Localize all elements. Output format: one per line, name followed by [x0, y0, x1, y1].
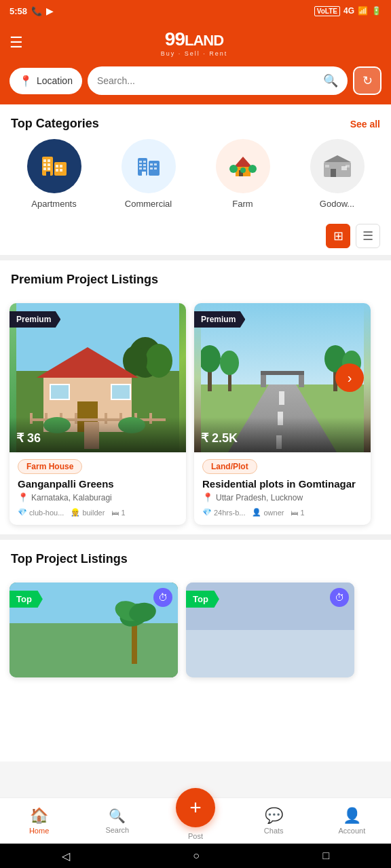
see-all-button[interactable]: See all [350, 119, 380, 130]
svg-rect-9 [60, 165, 62, 167]
nav-home[interactable]: 🏠 Home [0, 803, 78, 839]
home-button[interactable]: ○ [193, 850, 200, 862]
divider-2 [0, 534, 391, 540]
recents-button[interactable]: □ [323, 850, 330, 862]
refresh-button[interactable]: ↻ [353, 66, 381, 95]
back-button[interactable]: ◁ [62, 850, 70, 863]
svg-point-31 [240, 167, 246, 173]
svg-rect-34 [331, 169, 336, 177]
location-text-1: Uttar Pradesh, Lucknow [216, 493, 303, 502]
svg-rect-4 [43, 163, 46, 166]
svg-rect-23 [150, 167, 153, 170]
location-button[interactable]: 📍 Location [10, 68, 82, 94]
nav-search[interactable]: 🔍 Search [78, 804, 156, 838]
status-right: VoLTE 4G 📶 🔋 [314, 6, 381, 16]
svg-rect-25 [142, 172, 146, 176]
location-text-0: Karnataka, Kalaburagi [31, 493, 112, 502]
top-card-image-1: Top ⏱ [186, 583, 354, 677]
battery-icon: 🔋 [371, 6, 381, 16]
godown-icon [310, 139, 365, 193]
search-input[interactable] [97, 75, 318, 86]
svg-rect-46 [50, 384, 69, 399]
search-label: Search [105, 826, 129, 834]
posted-by-1: 👤 owner [252, 508, 284, 517]
person-icon-1: 👤 [252, 508, 261, 517]
svg-point-30 [248, 165, 257, 173]
search-icon[interactable]: 🔍 [323, 73, 338, 88]
svg-rect-7 [48, 167, 50, 170]
svg-rect-18 [143, 164, 146, 166]
nav-account[interactable]: 👤 Account [313, 803, 391, 839]
amenities-0: 💎 club-hou... [18, 508, 64, 517]
status-left: 5:58 📞 ▶ [10, 6, 53, 16]
categories-title: Top Categories [11, 117, 99, 131]
post-fab-button[interactable]: + [176, 788, 215, 827]
view-toggle: ⊞ ☰ [0, 221, 391, 255]
card-location-0: 📍 Karnataka, Kalaburagi [18, 492, 178, 502]
home-label: Home [29, 827, 49, 835]
svg-rect-47 [111, 384, 130, 399]
svg-rect-16 [143, 161, 146, 163]
system-nav: ◁ ○ □ [0, 844, 391, 868]
top-listings-header: Top Project Listings [0, 540, 391, 574]
top-listings-section: Top Project Listings Top ⏱ [0, 540, 391, 687]
svg-rect-63 [279, 391, 284, 405]
price-1: ₹ 2.5K [194, 417, 371, 452]
card-body-1: Land/Plot Residential plots in Gomtinaga… [194, 452, 371, 525]
next-arrow[interactable]: › [335, 363, 364, 392]
bottom-spacer [0, 687, 391, 762]
refresh-icon: ↻ [362, 73, 373, 88]
card-image-0: Premium ₹ 36 [10, 303, 186, 452]
top-listings-row: Top ⏱ Top ⏱ [0, 574, 391, 687]
nav-post[interactable]: + Post [156, 797, 234, 844]
price-0: ₹ 36 [10, 417, 186, 452]
card-title-0: Ganganpalli Greens [18, 478, 178, 490]
main-content: Top Categories See all [0, 104, 391, 762]
svg-rect-22 [154, 163, 157, 165]
categories-header: Top Categories See all [0, 104, 391, 139]
svg-rect-2 [43, 159, 46, 162]
card-body-0: Farm House Ganganpalli Greens 📍 Karnatak… [10, 452, 186, 525]
volte-icon: VoLTE [314, 6, 340, 16]
svg-rect-37 [346, 165, 350, 167]
grid-view-button[interactable]: ⊞ [326, 224, 350, 248]
property-type-0: Farm House [18, 459, 82, 474]
diamond-icon-0: 💎 [18, 508, 27, 517]
search-row: 📍 Location 🔍 ↻ [0, 66, 391, 104]
nav-chats[interactable]: 💬 Chats [235, 803, 313, 839]
category-farm[interactable]: Farm [206, 139, 280, 209]
svg-rect-24 [154, 167, 157, 170]
location-pin-0: 📍 [18, 492, 29, 502]
svg-rect-17 [139, 164, 142, 166]
svg-point-69 [220, 351, 239, 375]
svg-rect-20 [143, 167, 146, 170]
property-type-1: Land/Plot [202, 459, 257, 474]
bed-icon-0: 🛏 [111, 509, 119, 517]
list-view-button[interactable]: ☰ [356, 224, 380, 248]
call-icon: 📞 [31, 6, 42, 16]
category-apartments[interactable]: Apartments [17, 139, 92, 209]
premium-badge-1: Premium [194, 311, 245, 328]
listing-card-1[interactable]: Premium ₹ 2.5K › Land/Plot Residential p… [194, 303, 371, 525]
svg-rect-12 [46, 172, 50, 176]
premium-listings-section: Premium Project Listings [0, 260, 391, 534]
svg-rect-10 [56, 169, 58, 172]
diamond-icon-1: 💎 [202, 508, 212, 517]
premium-listings-header: Premium Project Listings [0, 260, 391, 295]
svg-rect-5 [48, 163, 50, 166]
logo-word: LAND [185, 32, 223, 49]
post-label: Post [188, 832, 203, 840]
top-card-1[interactable]: Top ⏱ [186, 583, 354, 677]
category-commercial[interactable]: Commercial [111, 139, 186, 209]
top-card-0[interactable]: Top ⏱ [10, 583, 178, 677]
beds-0: 🛏 1 [111, 509, 125, 517]
listing-card-0[interactable]: Premium ₹ 36 Farm House Ganganpalli Gree… [10, 303, 186, 525]
beds-1: 🛏 1 [291, 509, 304, 517]
bed-icon-1: 🛏 [291, 509, 298, 517]
person-icon-0: 👷 [71, 508, 80, 517]
search-box: 🔍 [88, 66, 348, 95]
account-label: Account [339, 827, 366, 835]
category-godown[interactable]: Godow... [300, 139, 375, 209]
svg-point-29 [229, 165, 238, 173]
hamburger-menu[interactable]: ☰ [10, 34, 23, 52]
